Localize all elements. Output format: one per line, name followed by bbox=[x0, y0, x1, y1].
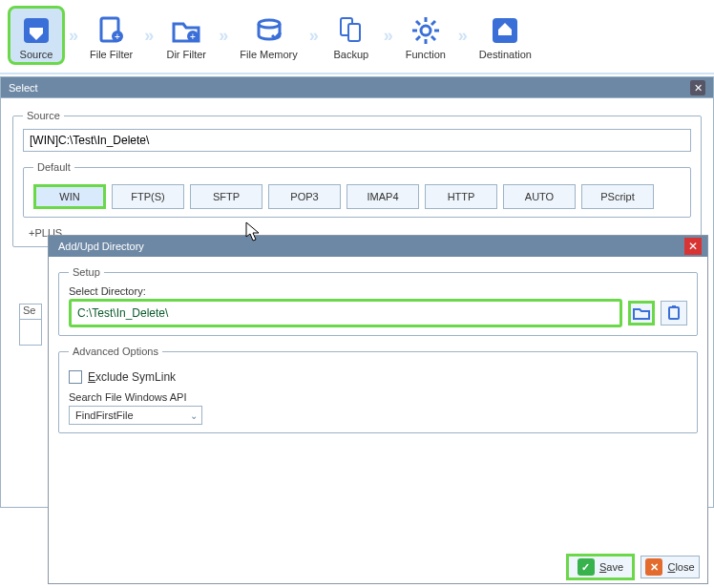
svg-point-9 bbox=[421, 26, 430, 35]
chevron-icon: » bbox=[458, 26, 468, 46]
close-icon[interactable]: ✕ bbox=[690, 80, 705, 95]
exclude-symlink-checkbox[interactable] bbox=[69, 370, 82, 384]
toolbar-backup[interactable]: Backup bbox=[323, 9, 380, 62]
svg-line-16 bbox=[431, 21, 435, 25]
select-value: FindFirstFile bbox=[75, 410, 134, 421]
toolbar-label: File Filter bbox=[90, 49, 133, 60]
x-icon: ✕ bbox=[645, 558, 662, 576]
toolbar-label: File Memory bbox=[240, 49, 298, 60]
toolbar-label: Destination bbox=[479, 49, 532, 60]
svg-text:+: + bbox=[190, 32, 196, 42]
protocol-sftp-button[interactable]: SFTP bbox=[190, 184, 262, 209]
svg-line-14 bbox=[416, 21, 420, 25]
protocol-win-button[interactable]: WIN bbox=[33, 184, 106, 209]
toolbar-file-memory[interactable]: File Memory bbox=[232, 9, 305, 62]
advanced-options-legend: Advanced Options bbox=[69, 346, 162, 357]
addupd-directory-dialog: Add/Upd Directory ✕ Setup Select Directo… bbox=[48, 235, 708, 584]
source-fieldset: Source Default WIN FTP(S) SFTP POP3 IMAP… bbox=[12, 110, 702, 247]
svg-line-15 bbox=[431, 36, 435, 40]
protocol-http-button[interactable]: HTTP bbox=[425, 184, 497, 209]
addupd-titlebar: Add/Upd Directory ✕ bbox=[49, 236, 707, 257]
source-icon bbox=[20, 14, 52, 47]
main-toolbar: Source » + File Filter » + Dir Filter » … bbox=[0, 0, 714, 74]
protocol-imap4-button[interactable]: IMAP4 bbox=[346, 184, 419, 209]
check-icon: ✓ bbox=[578, 558, 595, 576]
search-api-select[interactable]: FindFirstFile ⌄ bbox=[69, 406, 202, 425]
svg-rect-8 bbox=[348, 24, 360, 41]
toolbar-source[interactable]: Source bbox=[8, 6, 65, 65]
chevron-icon: » bbox=[309, 26, 319, 46]
toolbar-label: Function bbox=[406, 49, 446, 60]
svg-line-17 bbox=[416, 36, 420, 40]
toolbar-label: Backup bbox=[333, 49, 368, 60]
exclude-symlink-label: Exclude SymLink bbox=[88, 370, 176, 384]
svg-rect-19 bbox=[669, 307, 679, 319]
toolbar-dir-filter[interactable]: + Dir Filter bbox=[158, 9, 215, 62]
toolbar-label: Dir Filter bbox=[166, 49, 206, 60]
browse-folder-button[interactable] bbox=[628, 301, 655, 326]
close-button[interactable]: ✕ Close bbox=[640, 556, 700, 578]
close-icon[interactable]: ✕ bbox=[684, 238, 702, 255]
select-directory-label: Select Directory: bbox=[69, 285, 687, 297]
protocol-ftps-button[interactable]: FTP(S) bbox=[112, 184, 184, 209]
protocol-pop3-button[interactable]: POP3 bbox=[268, 184, 341, 209]
svg-text:+: + bbox=[115, 32, 120, 42]
chevron-icon: » bbox=[219, 26, 228, 46]
addupd-footer: ✓ Save ✕ Close bbox=[49, 551, 707, 583]
toolbar-function[interactable]: Function bbox=[397, 9, 454, 62]
gear-icon bbox=[410, 14, 442, 47]
toolbar-destination[interactable]: Destination bbox=[472, 9, 539, 62]
paste-button[interactable] bbox=[661, 301, 687, 326]
save-button[interactable]: ✓ Save bbox=[566, 554, 635, 580]
file-memory-icon bbox=[253, 14, 285, 47]
toolbar-label: Source bbox=[20, 49, 53, 60]
advanced-options-fieldset: Advanced Options Exclude SymLink Search … bbox=[58, 346, 698, 433]
default-fieldset: Default WIN FTP(S) SFTP POP3 IMAP4 HTTP … bbox=[23, 161, 691, 218]
setup-legend: Setup bbox=[69, 266, 104, 278]
backup-icon bbox=[335, 14, 368, 47]
select-dialog-titlebar: Select ✕ bbox=[0, 76, 714, 97]
chevron-icon: » bbox=[69, 26, 78, 46]
addupd-title: Add/Upd Directory bbox=[58, 236, 144, 257]
directory-input[interactable] bbox=[72, 302, 620, 325]
source-legend: Source bbox=[23, 110, 64, 121]
protocol-pscript-button[interactable]: PScript bbox=[581, 184, 654, 209]
chevron-icon: » bbox=[144, 26, 154, 46]
protocol-auto-button[interactable]: AUTO bbox=[503, 184, 576, 209]
svg-rect-20 bbox=[672, 305, 676, 308]
destination-icon bbox=[489, 14, 521, 47]
svg-point-6 bbox=[259, 20, 280, 28]
file-filter-icon: + bbox=[95, 14, 128, 47]
chevron-down-icon: ⌄ bbox=[190, 410, 198, 421]
default-legend: Default bbox=[33, 161, 74, 173]
chevron-icon: » bbox=[384, 26, 393, 46]
truncated-label: Se bbox=[19, 304, 42, 319]
folder-icon bbox=[633, 306, 650, 320]
setup-fieldset: Setup Select Directory: bbox=[58, 266, 698, 336]
search-api-label: Search File Windows API bbox=[69, 391, 687, 403]
clipboard-icon bbox=[666, 305, 682, 321]
dir-filter-icon: + bbox=[170, 14, 202, 47]
select-dialog-title: Select bbox=[9, 77, 38, 98]
truncated-box bbox=[19, 319, 42, 346]
toolbar-file-filter[interactable]: + File Filter bbox=[82, 9, 140, 62]
source-input[interactable] bbox=[23, 129, 691, 152]
